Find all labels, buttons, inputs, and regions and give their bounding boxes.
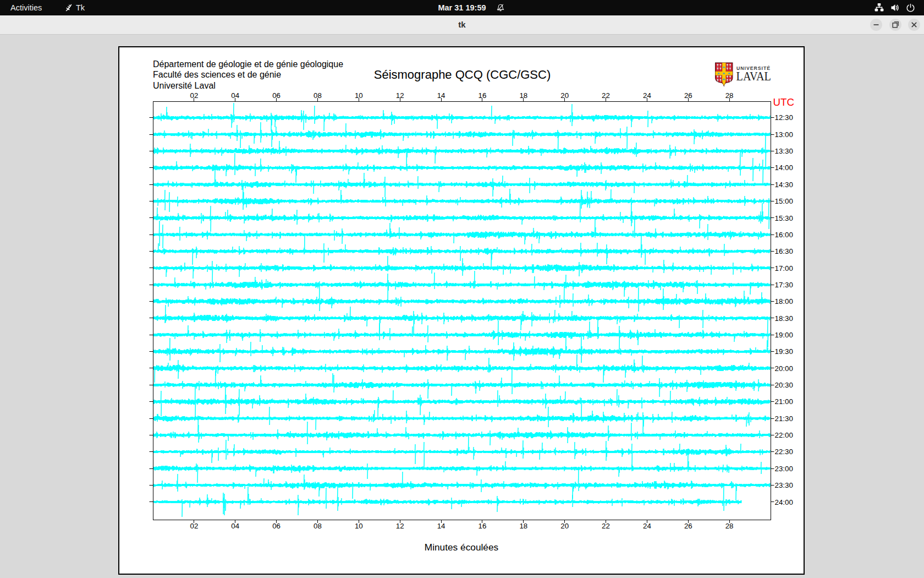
svg-text:16:00: 16:00 bbox=[775, 231, 793, 239]
svg-text:16:30: 16:30 bbox=[775, 247, 793, 255]
svg-text:19:30: 19:30 bbox=[775, 347, 793, 356]
svg-text:24:00: 24:00 bbox=[775, 498, 793, 506]
svg-text:18:00: 18:00 bbox=[775, 297, 793, 306]
svg-text:21:30: 21:30 bbox=[775, 415, 793, 423]
svg-text:15:00: 15:00 bbox=[775, 197, 793, 205]
svg-text:Minutes écoulées: Minutes écoulées bbox=[425, 542, 499, 553]
svg-text:23:00: 23:00 bbox=[775, 465, 793, 473]
svg-text:22:00: 22:00 bbox=[775, 431, 793, 439]
svg-text:18:30: 18:30 bbox=[775, 314, 793, 323]
svg-text:21:00: 21:00 bbox=[775, 397, 793, 406]
svg-text:14:30: 14:30 bbox=[775, 181, 793, 189]
svg-text:UTC: UTC bbox=[773, 96, 794, 108]
svg-text:12:30: 12:30 bbox=[775, 113, 793, 122]
svg-text:Séismographe QCQ (CGC/GSC): Séismographe QCQ (CGC/GSC) bbox=[374, 68, 551, 81]
svg-text:17:00: 17:00 bbox=[775, 264, 793, 272]
svg-text:22:30: 22:30 bbox=[775, 448, 793, 456]
svg-text:Faculté des sciences et de gén: Faculté des sciences et de génie bbox=[153, 70, 281, 79]
svg-text:20:00: 20:00 bbox=[775, 364, 793, 373]
svg-text:14:00: 14:00 bbox=[775, 163, 793, 172]
svg-text:17:30: 17:30 bbox=[775, 281, 793, 289]
svg-text:20:30: 20:30 bbox=[775, 381, 793, 389]
svg-text:23:30: 23:30 bbox=[775, 481, 793, 489]
svg-text:13:00: 13:00 bbox=[775, 130, 793, 139]
svg-text:19:00: 19:00 bbox=[775, 331, 793, 339]
svg-text:15:30: 15:30 bbox=[775, 214, 793, 222]
svg-text:LAVAL: LAVAL bbox=[736, 69, 772, 83]
svg-text:13:30: 13:30 bbox=[775, 147, 793, 155]
svg-text:Département de géologie et de: Département de géologie et de génie géol… bbox=[153, 59, 343, 69]
svg-text:Université Laval: Université Laval bbox=[153, 81, 216, 90]
